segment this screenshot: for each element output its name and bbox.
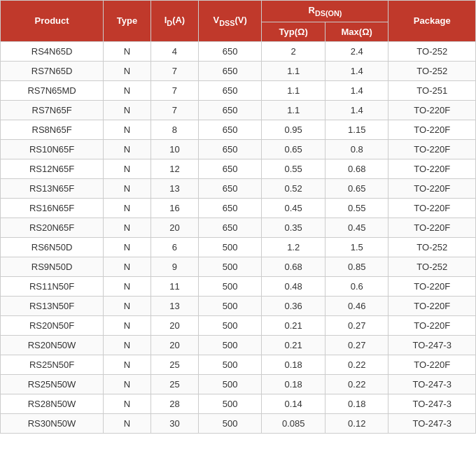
cell-product: RS25N50F	[1, 355, 104, 374]
cell-max: 0.18	[325, 394, 388, 413]
cell-typ: 0.95	[262, 120, 326, 139]
cell-package: TO-220F	[388, 139, 476, 159]
cell-id: 16	[151, 198, 199, 218]
cell-product: RS28N50W	[1, 394, 104, 413]
cell-vdss: 650	[198, 218, 262, 237]
col-header-product: Product	[1, 1, 104, 42]
table-row: RS8N65FN86500.951.15TO-220F	[1, 120, 476, 139]
cell-typ: 0.65	[262, 139, 326, 159]
cell-max: 0.6	[325, 276, 388, 296]
cell-type: N	[104, 80, 151, 100]
cell-vdss: 500	[198, 296, 262, 315]
cell-type: N	[104, 374, 151, 394]
table-row: RS20N50FN205000.210.27TO-220F	[1, 315, 476, 335]
cell-vdss: 650	[198, 178, 262, 198]
cell-vdss: 500	[198, 276, 262, 296]
cell-product: RS10N65F	[1, 139, 104, 159]
cell-max: 0.55	[325, 198, 388, 218]
table-row: RS4N65DN465022.4TO-252	[1, 41, 476, 61]
cell-package: TO-247-3	[388, 413, 476, 433]
cell-type: N	[104, 315, 151, 335]
cell-product: RS7N65F	[1, 100, 104, 120]
col-header-rds: RDS(ON)	[262, 1, 388, 22]
cell-typ: 1.2	[262, 237, 326, 257]
cell-product: RS20N65F	[1, 218, 104, 237]
cell-typ: 0.085	[262, 413, 326, 433]
cell-type: N	[104, 413, 151, 433]
table-row: RS7N65MDN76501.11.4TO-251	[1, 80, 476, 100]
cell-typ: 0.36	[262, 296, 326, 315]
cell-package: TO-220F	[388, 355, 476, 374]
cell-vdss: 500	[198, 394, 262, 413]
cell-typ: 0.35	[262, 218, 326, 237]
cell-type: N	[104, 139, 151, 159]
cell-max: 0.46	[325, 296, 388, 315]
cell-type: N	[104, 276, 151, 296]
cell-id: 10	[151, 139, 199, 159]
cell-max: 0.85	[325, 257, 388, 276]
cell-typ: 0.55	[262, 159, 326, 178]
cell-typ: 0.18	[262, 374, 326, 394]
table-row: RS16N65FN166500.450.55TO-220F	[1, 198, 476, 218]
cell-max: 0.12	[325, 413, 388, 433]
cell-max: 1.15	[325, 120, 388, 139]
cell-package: TO-220F	[388, 198, 476, 218]
cell-vdss: 500	[198, 237, 262, 257]
cell-typ: 0.21	[262, 335, 326, 355]
cell-max: 1.5	[325, 237, 388, 257]
cell-typ: 2	[262, 41, 326, 61]
cell-type: N	[104, 218, 151, 237]
table-row: RS30N50WN305000.0850.12TO-247-3	[1, 413, 476, 433]
cell-vdss: 500	[198, 335, 262, 355]
cell-id: 30	[151, 413, 199, 433]
cell-max: 0.27	[325, 335, 388, 355]
table-row: RS12N65FN126500.550.68TO-220F	[1, 159, 476, 178]
cell-vdss: 500	[198, 257, 262, 276]
cell-typ: 1.1	[262, 80, 326, 100]
table-row: RS7N65FN76501.11.4TO-220F	[1, 100, 476, 120]
col-header-id: ID(A)	[151, 1, 199, 42]
cell-package: TO-247-3	[388, 374, 476, 394]
cell-type: N	[104, 198, 151, 218]
cell-package: TO-247-3	[388, 335, 476, 355]
cell-product: RS25N50W	[1, 374, 104, 394]
cell-max: 2.4	[325, 41, 388, 61]
cell-id: 20	[151, 315, 199, 335]
table-row: RS25N50FN255000.180.22TO-220F	[1, 355, 476, 374]
cell-type: N	[104, 178, 151, 198]
cell-id: 28	[151, 394, 199, 413]
cell-package: TO-220F	[388, 100, 476, 120]
table-row: RS25N50WN255000.180.22TO-247-3	[1, 374, 476, 394]
cell-id: 13	[151, 178, 199, 198]
cell-id: 13	[151, 296, 199, 315]
cell-id: 20	[151, 335, 199, 355]
cell-typ: 0.21	[262, 315, 326, 335]
cell-package: TO-220F	[388, 178, 476, 198]
cell-product: RS7N65D	[1, 61, 104, 80]
cell-package: TO-220F	[388, 315, 476, 335]
cell-max: 0.45	[325, 218, 388, 237]
cell-typ: 0.68	[262, 257, 326, 276]
cell-product: RS12N65F	[1, 159, 104, 178]
cell-package: TO-220F	[388, 120, 476, 139]
cell-product: RS13N65F	[1, 178, 104, 198]
cell-vdss: 650	[198, 139, 262, 159]
cell-vdss: 500	[198, 374, 262, 394]
cell-type: N	[104, 100, 151, 120]
table-row: RS11N50FN115000.480.6TO-220F	[1, 276, 476, 296]
cell-product: RS20N50W	[1, 335, 104, 355]
cell-id: 9	[151, 257, 199, 276]
cell-type: N	[104, 61, 151, 80]
cell-package: TO-252	[388, 257, 476, 276]
cell-product: RS20N50F	[1, 315, 104, 335]
cell-id: 7	[151, 100, 199, 120]
cell-product: RS7N65MD	[1, 80, 104, 100]
cell-id: 25	[151, 355, 199, 374]
cell-type: N	[104, 120, 151, 139]
cell-vdss: 650	[198, 80, 262, 100]
cell-product: RS13N50F	[1, 296, 104, 315]
cell-id: 7	[151, 61, 199, 80]
cell-package: TO-251	[388, 80, 476, 100]
cell-id: 4	[151, 41, 199, 61]
cell-type: N	[104, 296, 151, 315]
